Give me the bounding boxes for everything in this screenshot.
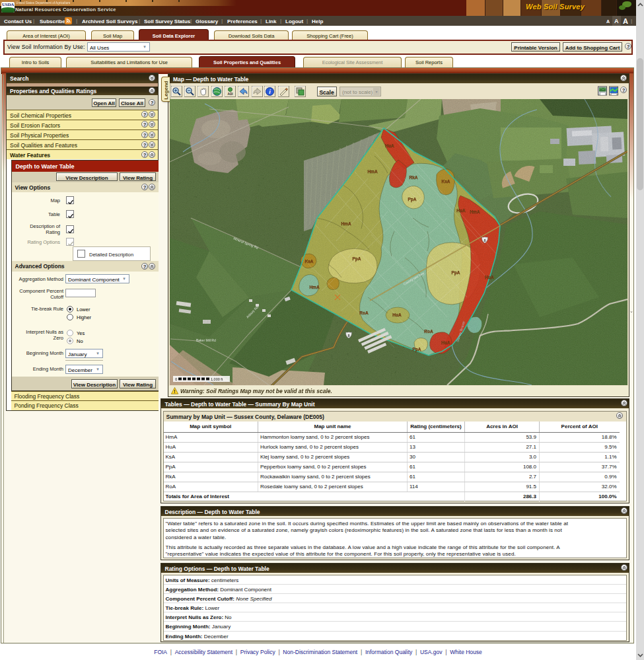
svg-text:1,000 ft: 1,000 ft (211, 377, 223, 381)
svg-text:AOI: AOI (227, 92, 233, 96)
svg-text:!: ! (174, 388, 176, 394)
